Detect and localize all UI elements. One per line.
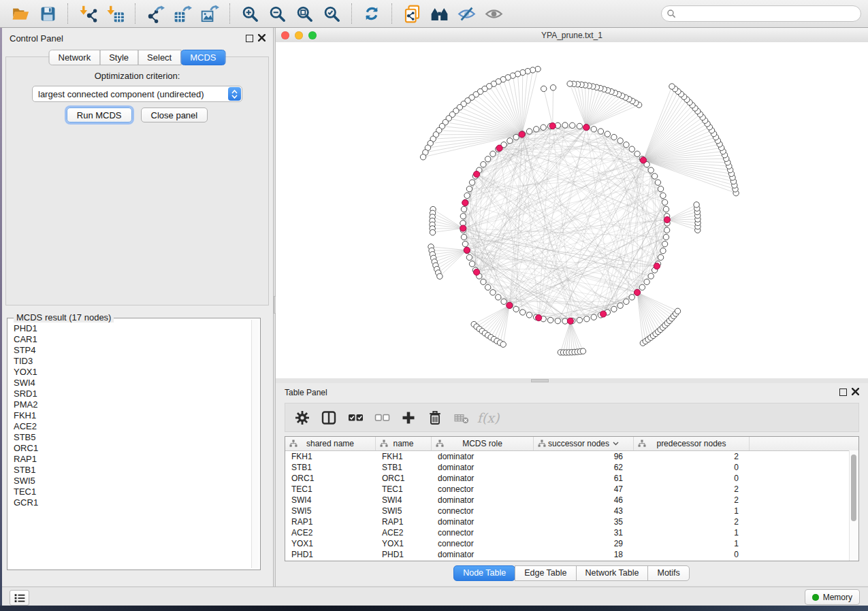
column-header-predecessor-nodes[interactable]: predecessor nodes (634, 437, 750, 450)
network-node[interactable] (658, 254, 663, 260)
mcds-result-item[interactable]: STB1 (9, 465, 251, 476)
table-scrollbar[interactable] (849, 450, 858, 561)
network-node[interactable] (662, 241, 667, 246)
network-node[interactable] (485, 156, 490, 162)
network-node[interactable] (634, 151, 640, 156)
network-node[interactable] (430, 229, 435, 235)
mcds-hub-node[interactable] (664, 216, 670, 222)
mcds-result-item[interactable]: SWI5 (9, 476, 251, 486)
column-header-MCDS-role[interactable]: MCDS role (432, 437, 534, 450)
mcds-result-item[interactable]: CAR1 (9, 334, 251, 345)
network-node[interactable] (675, 308, 680, 314)
table-row[interactable]: ORC1ORC1dominator610 (285, 473, 858, 484)
tab-mcds[interactable]: MCDS (180, 50, 225, 65)
optimization-criterion-select[interactable]: largest connected component (undirected) (32, 86, 242, 102)
network-node[interactable] (541, 86, 547, 91)
memory-button[interactable]: Memory (805, 589, 860, 605)
import-network-button[interactable] (77, 3, 99, 24)
add-column-button[interactable] (400, 409, 417, 427)
network-node[interactable] (562, 122, 568, 128)
mcds-hub-node[interactable] (634, 289, 640, 295)
tab-network[interactable]: Network (48, 50, 100, 65)
mcds-result-item[interactable]: ORC1 (9, 443, 251, 454)
network-node[interactable] (461, 206, 466, 212)
table-panel-float-icon[interactable] (839, 389, 847, 396)
function-builder-button[interactable]: f(x) (479, 409, 497, 427)
mcds-result-item[interactable]: GCR1 (9, 497, 251, 508)
network-node[interactable] (639, 284, 645, 290)
table-row[interactable]: YOX1YOX1connector291 (285, 538, 858, 549)
network-node[interactable] (624, 142, 629, 148)
network-node[interactable] (541, 125, 546, 130)
zoom-out-button[interactable] (266, 3, 288, 24)
tab-edge-table[interactable]: Edge Table (515, 565, 576, 581)
column-header-name[interactable]: name (376, 437, 432, 450)
mcds-result-item[interactable]: SWI4 (9, 378, 251, 389)
mcds-hub-node[interactable] (507, 302, 513, 308)
table-row[interactable]: PHD1PHD1dominator180 (285, 549, 858, 560)
network-node[interactable] (481, 279, 486, 284)
table-panel-close-icon[interactable] (852, 388, 859, 395)
export-table-button[interactable] (172, 3, 193, 24)
mcds-hub-node[interactable] (536, 314, 542, 320)
network-node[interactable] (501, 299, 507, 304)
network-node[interactable] (652, 174, 657, 179)
apply-layout-button[interactable] (361, 3, 383, 24)
network-node[interactable] (617, 138, 623, 144)
network-node[interactable] (547, 317, 553, 323)
network-node[interactable] (496, 295, 501, 300)
network-node[interactable] (469, 261, 475, 267)
network-node[interactable] (611, 306, 617, 312)
delete-columns-button[interactable] (426, 409, 444, 427)
mcds-hub-node[interactable] (519, 131, 525, 137)
mcds-hub-node[interactable] (462, 199, 468, 205)
network-node[interactable] (660, 193, 666, 198)
select-all-button[interactable] (347, 409, 364, 427)
mcds-result-item[interactable]: STB5 (9, 432, 251, 443)
table-row[interactable]: STB1STB1dominator620 (285, 462, 858, 473)
network-window-titlebar[interactable]: YPA_prune.txt_1 (276, 28, 868, 43)
network-canvas[interactable] (276, 42, 868, 378)
network-node[interactable] (526, 312, 532, 318)
network-node[interactable] (490, 151, 496, 156)
network-node[interactable] (555, 318, 560, 323)
column-header-shared-name[interactable]: shared name (285, 437, 376, 450)
mcds-result-item[interactable]: STP4 (9, 345, 251, 356)
network-node[interactable] (658, 186, 663, 191)
network-node[interactable] (420, 154, 425, 160)
network-node[interactable] (464, 193, 470, 198)
delete-table-button[interactable] (453, 409, 470, 427)
zoom-selected-button[interactable] (321, 3, 342, 24)
network-graph[interactable] (276, 42, 868, 378)
mcds-result-item[interactable]: TEC1 (9, 486, 251, 497)
table-row[interactable]: SWI4SWI4dominator462 (285, 495, 858, 506)
network-node[interactable] (629, 146, 634, 152)
network-node[interactable] (605, 131, 610, 137)
network-node[interactable] (655, 180, 660, 185)
mcds-hub-node[interactable] (473, 269, 479, 275)
open-session-button[interactable] (10, 3, 31, 24)
network-node[interactable] (663, 234, 669, 240)
first-neighbors-button[interactable] (428, 3, 450, 24)
tab-select[interactable]: Select (138, 50, 181, 65)
network-node[interactable] (611, 134, 617, 139)
network-node[interactable] (694, 202, 699, 208)
network-node[interactable] (490, 290, 496, 295)
export-image-button[interactable] (199, 3, 221, 24)
network-node[interactable] (669, 84, 675, 89)
network-node[interactable] (591, 314, 596, 320)
deselect-all-button[interactable] (373, 409, 391, 427)
show-columns-button[interactable] (320, 409, 338, 427)
network-node[interactable] (591, 127, 596, 132)
mcds-hub-node[interactable] (583, 125, 590, 131)
mcds-result-item[interactable]: PMA2 (9, 399, 251, 410)
mcds-result-item[interactable]: SRD1 (9, 389, 251, 399)
task-history-button[interactable] (10, 590, 29, 606)
mcds-result-item[interactable]: TID3 (9, 356, 251, 367)
network-node[interactable] (663, 206, 669, 212)
network-node[interactable] (462, 241, 468, 246)
search-box[interactable] (661, 5, 861, 22)
network-node[interactable] (481, 162, 486, 167)
network-node[interactable] (507, 138, 513, 144)
zoom-fit-button[interactable] (293, 3, 315, 24)
